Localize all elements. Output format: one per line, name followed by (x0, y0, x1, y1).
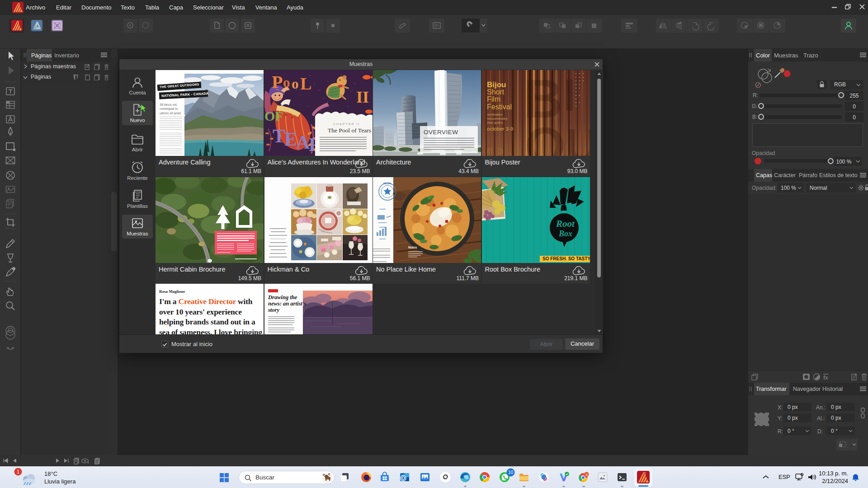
svg-text:/live action: /live action (487, 121, 503, 125)
svg-text:o: o (292, 76, 299, 92)
svg-text:/documentary: /documentary (487, 117, 508, 121)
svg-text:o: o (283, 75, 290, 90)
svg-text:II: II (356, 88, 369, 106)
svg-text:OVERVIEW: OVERVIEW (424, 129, 458, 136)
svg-text:CHAPTER II: CHAPTER II (333, 122, 360, 126)
svg-text:Film: Film (487, 95, 500, 103)
svg-text:october 3-9: october 3-9 (487, 126, 513, 131)
svg-text:T: T (273, 126, 285, 146)
svg-text:10: 10 (508, 469, 514, 475)
svg-text:Box: Box (558, 229, 572, 238)
svg-text:U: U (566, 119, 590, 156)
svg-text:1: 1 (17, 469, 19, 474)
svg-text:Root: Root (556, 218, 575, 229)
svg-text:fx: fx (823, 375, 828, 380)
svg-text:Notes: Notes (408, 246, 417, 249)
svg-text:O: O (525, 117, 565, 156)
svg-text:Festival: Festival (487, 103, 512, 111)
svg-text:RECOM.: RECOM. (383, 183, 392, 185)
svg-text:I: I (563, 70, 576, 120)
svg-text:/animation: /animation (487, 113, 503, 117)
svg-text:SO FRESH. SO TASTY.: SO FRESH. SO TASTY. (542, 256, 590, 261)
svg-text:P: P (272, 72, 283, 92)
svg-text:The Pool of Tears: The Pool of Tears (328, 127, 371, 134)
svg-text:A: A (585, 473, 588, 477)
svg-text:news: an artist's: news: an artist's (268, 300, 306, 307)
svg-text:A: A (296, 132, 310, 153)
svg-text:Drawing the: Drawing the (268, 294, 297, 300)
svg-text:Short: Short (487, 88, 505, 96)
svg-text:story: story (268, 307, 279, 313)
svg-text:E: E (284, 129, 297, 150)
svg-text:L: L (300, 74, 311, 93)
svg-text:OF: OF (264, 108, 283, 123)
